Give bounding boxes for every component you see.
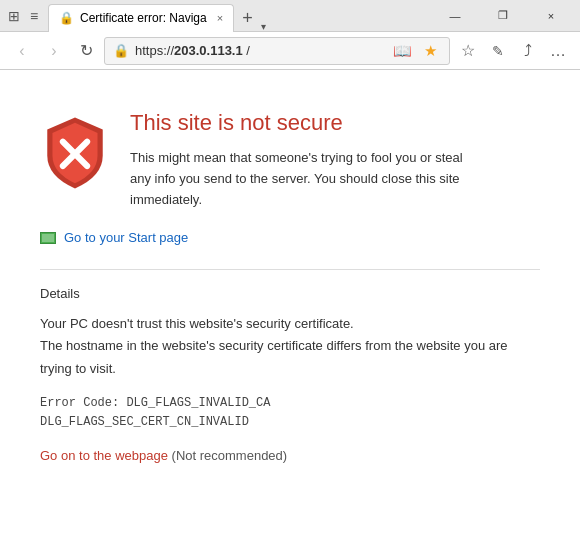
- not-recommended-text: (Not recommended): [168, 448, 287, 463]
- reading-mode-icon[interactable]: 📖: [391, 40, 413, 62]
- new-tab-button[interactable]: +: [234, 4, 261, 32]
- back-icon: ‹: [19, 42, 24, 60]
- address-bar: ‹ › ↻ 🔒 https://203.0.113.1 / 📖 ★ ☆ ✎ ⤴ …: [0, 32, 580, 70]
- go-on-link: Go on to the webpage (Not recommended): [40, 448, 540, 463]
- title-bar: ⊞ ≡ 🔒 Certificate error: Naviga × + ▾ — …: [0, 0, 580, 32]
- favorites-icon[interactable]: ★: [419, 40, 441, 62]
- error-text-block: This site is not secure This might mean …: [130, 110, 470, 210]
- start-page-anchor[interactable]: Go to your Start page: [64, 230, 188, 245]
- refresh-icon: ↻: [80, 41, 93, 60]
- go-on-anchor[interactable]: Go on to the webpage: [40, 448, 168, 463]
- address-bar-icons: 📖 ★: [391, 40, 441, 62]
- share-icon[interactable]: ⤴: [514, 37, 542, 65]
- hub-icon[interactable]: ☆: [454, 37, 482, 65]
- error-title: This site is not secure: [130, 110, 470, 136]
- error-page-content: This site is not secure This might mean …: [0, 70, 580, 554]
- tab-title: Certificate error: Naviga: [80, 11, 207, 25]
- address-text: https://203.0.113.1 /: [135, 43, 381, 58]
- back-button[interactable]: ‹: [8, 37, 36, 65]
- svg-rect-3: [42, 234, 54, 242]
- error-header: This site is not secure This might mean …: [40, 110, 540, 210]
- forward-icon: ›: [51, 42, 56, 60]
- window-controls: — ❐ ×: [432, 0, 574, 32]
- forward-button[interactable]: ›: [40, 37, 68, 65]
- tab-list-icon[interactable]: ≡: [26, 8, 42, 24]
- tab-close-button[interactable]: ×: [217, 12, 223, 24]
- start-page-icon: [40, 232, 56, 244]
- toolbar-icons: ☆ ✎ ⤴ …: [454, 37, 572, 65]
- details-label: Details: [40, 286, 540, 301]
- tab-chevron[interactable]: ▾: [261, 21, 266, 32]
- more-icon[interactable]: …: [544, 37, 572, 65]
- refresh-button[interactable]: ↻: [72, 37, 100, 65]
- restore-button[interactable]: ❐: [480, 0, 526, 32]
- start-page-link[interactable]: Go to your Start page: [40, 230, 540, 245]
- minimize-button[interactable]: —: [432, 0, 478, 32]
- divider: [40, 269, 540, 270]
- error-description: This might mean that someone's trying to…: [130, 148, 470, 210]
- active-tab[interactable]: 🔒 Certificate error: Naviga ×: [48, 4, 234, 32]
- details-text: Your PC doesn't trust this website's sec…: [40, 313, 540, 379]
- new-tab-icon[interactable]: ⊞: [6, 8, 22, 24]
- lock-icon: 🔒: [113, 43, 129, 58]
- title-bar-left: ⊞ ≡: [6, 8, 42, 24]
- tab-favicon: 🔒: [59, 11, 74, 25]
- tab-area: 🔒 Certificate error: Naviga × + ▾: [48, 0, 266, 32]
- shield-icon: [40, 114, 110, 184]
- address-field[interactable]: 🔒 https://203.0.113.1 / 📖 ★: [104, 37, 450, 65]
- notes-icon[interactable]: ✎: [484, 37, 512, 65]
- close-button[interactable]: ×: [528, 0, 574, 32]
- error-code: Error Code: DLG_FLAGS_INVALID_CA DLG_FLA…: [40, 394, 540, 432]
